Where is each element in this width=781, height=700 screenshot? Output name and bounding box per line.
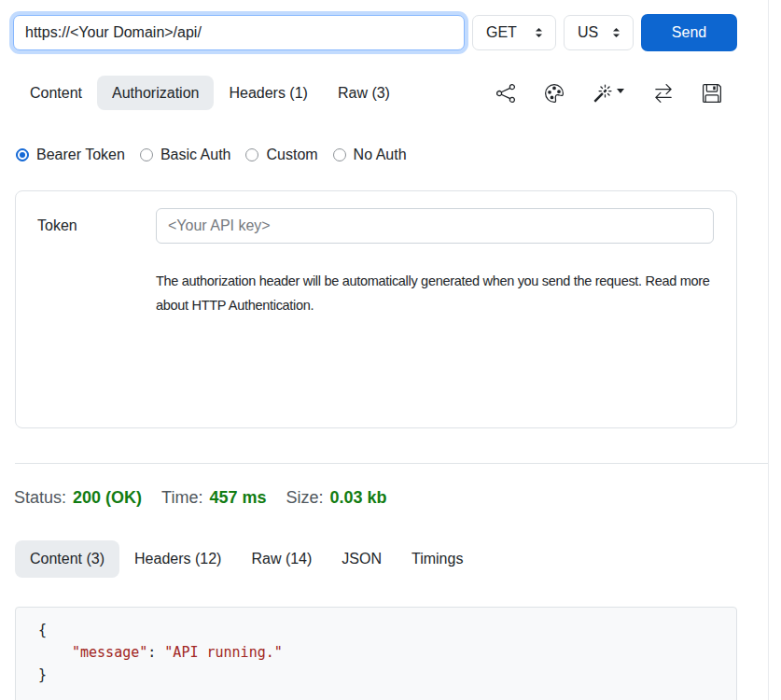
toolbar-icons bbox=[496, 84, 721, 103]
tab-raw[interactable]: Raw (3) bbox=[323, 76, 405, 110]
json-key: "message" bbox=[72, 644, 147, 661]
magic-wand-icon bbox=[593, 84, 612, 103]
radio-circle-checked[interactable] bbox=[16, 148, 29, 161]
tab-response-content[interactable]: Content (3) bbox=[15, 540, 119, 578]
radio-custom[interactable]: Custom bbox=[245, 147, 317, 163]
auth-help-line: about HTTP Authentication. bbox=[156, 293, 732, 317]
token-row: Token bbox=[16, 191, 736, 244]
auth-panel: Token The authorization header will be a… bbox=[15, 190, 737, 428]
tab-response-json[interactable]: JSON bbox=[327, 540, 397, 578]
beautify-dropdown[interactable] bbox=[593, 84, 624, 103]
section-divider bbox=[15, 463, 768, 464]
method-select[interactable]: GET bbox=[472, 15, 556, 50]
radio-circle[interactable] bbox=[245, 148, 258, 161]
auth-help-line: The authorization header will be automat… bbox=[156, 269, 732, 293]
time-label: Time: bbox=[161, 485, 202, 511]
json-value: "API running." bbox=[164, 644, 282, 661]
region-select[interactable]: US bbox=[564, 15, 634, 50]
auth-type-options: Bearer Token Basic Auth Custom No Auth bbox=[16, 146, 781, 164]
chevron-expand-icon bbox=[611, 26, 621, 39]
response-body: {"message": "API running."} bbox=[16, 608, 736, 686]
code-line: } bbox=[38, 664, 721, 686]
request-tabs: Content Authorization Headers (1) Raw (3… bbox=[15, 76, 737, 110]
radio-label: Basic Auth bbox=[160, 147, 231, 163]
palette-icon[interactable] bbox=[545, 84, 564, 103]
page-right-divider bbox=[768, 0, 769, 700]
caret-down-icon bbox=[617, 89, 624, 93]
tab-content[interactable]: Content bbox=[15, 76, 97, 110]
tab-response-headers[interactable]: Headers (12) bbox=[119, 540, 236, 578]
size-value: 0.03 kb bbox=[330, 485, 387, 511]
tab-headers[interactable]: Headers (1) bbox=[214, 76, 322, 110]
time-item: Time: 457 ms bbox=[161, 485, 266, 511]
response-tabs: Content (3) Headers (12) Raw (14) JSON T… bbox=[15, 540, 737, 578]
auth-help-text: The authorization header will be automat… bbox=[156, 269, 732, 317]
radio-label: Custom bbox=[266, 147, 317, 163]
method-select-value: GET bbox=[486, 24, 517, 41]
send-button[interactable]: Send bbox=[641, 14, 737, 51]
time-value: 457 ms bbox=[209, 485, 266, 511]
region-select-value: US bbox=[578, 24, 598, 41]
tab-response-timings[interactable]: Timings bbox=[397, 540, 478, 578]
token-input[interactable] bbox=[156, 208, 714, 244]
tab-response-raw[interactable]: Raw (14) bbox=[236, 540, 327, 578]
share-icon[interactable] bbox=[496, 84, 515, 103]
status-label: Status: bbox=[14, 485, 66, 511]
tab-authorization[interactable]: Authorization bbox=[97, 76, 214, 110]
size-label: Size: bbox=[286, 485, 323, 511]
token-label: Token bbox=[37, 217, 156, 234]
save-icon[interactable] bbox=[703, 84, 721, 103]
radio-circle[interactable] bbox=[333, 148, 346, 161]
swap-arrows-icon[interactable] bbox=[654, 84, 673, 103]
response-body-panel: {"message": "API running."} bbox=[15, 607, 737, 700]
radio-label: No Auth bbox=[354, 147, 407, 163]
radio-no-auth[interactable]: No Auth bbox=[333, 147, 407, 163]
size-item: Size: 0.03 kb bbox=[286, 485, 386, 511]
request-bar: GET US Send bbox=[13, 14, 737, 51]
url-input[interactable] bbox=[13, 15, 465, 50]
code-line: "message": "API running." bbox=[38, 641, 721, 664]
code-line: { bbox=[38, 619, 721, 641]
radio-basic-auth[interactable]: Basic Auth bbox=[140, 147, 231, 163]
response-status-bar: Status: 200 (OK) Time: 457 ms Size: 0.03… bbox=[14, 485, 781, 511]
radio-circle[interactable] bbox=[140, 148, 153, 161]
status-item: Status: 200 (OK) bbox=[14, 485, 142, 511]
status-value: 200 (OK) bbox=[73, 485, 142, 511]
radio-bearer-token[interactable]: Bearer Token bbox=[16, 147, 125, 163]
radio-label: Bearer Token bbox=[36, 147, 125, 163]
chevron-expand-icon bbox=[534, 26, 544, 39]
